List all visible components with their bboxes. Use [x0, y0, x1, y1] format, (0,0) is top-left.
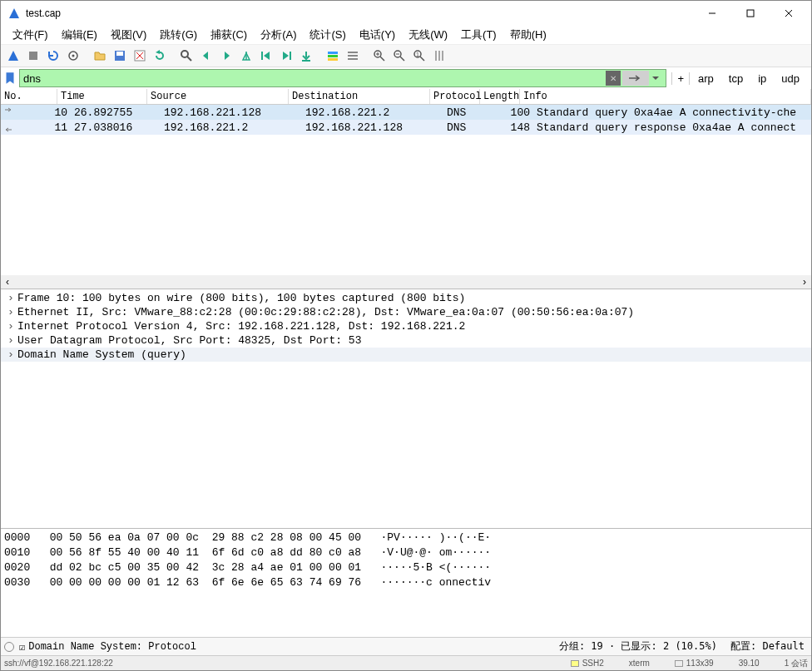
add-filter-button[interactable]: + [671, 72, 690, 85]
packet-row[interactable]: 10 26.892755 192.168.221.128 192.168.221… [1, 105, 811, 120]
go-first-icon[interactable] [257, 47, 275, 65]
svg-line-29 [400, 57, 404, 61]
zoom-out-icon[interactable] [390, 47, 408, 65]
status-profile[interactable]: 配置: Default [730, 639, 805, 654]
packet-details-pane[interactable]: ›Frame 10: 100 bytes on wire (800 bits),… [1, 289, 811, 528]
svg-rect-22 [348, 55, 358, 57]
packet-list-body[interactable]: 10 26.892755 192.168.221.128 192.168.221… [1, 105, 811, 275]
detail-line[interactable]: ›Ethernet II, Src: VMware_88:c2:28 (00:0… [1, 305, 811, 319]
status-bar: ☑ Domain Name System: Protocol 分组: 19 · … [1, 637, 811, 655]
go-forward-icon[interactable] [217, 47, 235, 65]
menu-tools[interactable]: 工具(T) [454, 26, 503, 44]
svg-point-12 [181, 51, 188, 57]
filter-shortcut-udp[interactable]: udp [775, 72, 806, 85]
term-size: 113x39 [675, 659, 714, 668]
ssh-target: ssh://vf@192.168.221.128:22 [4, 659, 113, 668]
apply-filter-icon[interactable] [622, 71, 649, 86]
ssh-mode: SSH2 [571, 659, 604, 668]
related-in-icon [2, 122, 14, 132]
detail-line[interactable]: ›User Datagram Protocol, Src Port: 48325… [1, 333, 811, 348]
window-title: test.cap [26, 7, 693, 19]
detail-line[interactable]: ›Domain Name System (query) [1, 348, 811, 362]
restart-capture-icon[interactable] [44, 47, 62, 65]
col-time[interactable]: Time [57, 89, 147, 104]
svg-rect-4 [29, 52, 37, 60]
svg-rect-1 [747, 10, 754, 17]
save-icon[interactable] [111, 47, 129, 65]
clear-filter-icon[interactable]: ✕ [606, 71, 621, 86]
menu-capture[interactable]: 捕获(C) [204, 26, 254, 44]
packet-list-header[interactable]: No. Time Source Destination Protocol Len… [1, 89, 811, 105]
auto-scroll-icon[interactable] [297, 47, 315, 65]
svg-point-6 [72, 55, 75, 57]
colorize-icon[interactable] [324, 47, 342, 65]
menu-file[interactable]: 文件(F) [6, 26, 55, 44]
col-dst[interactable]: Destination [289, 89, 430, 104]
filter-bar: ✕ + arp tcp ip udp [1, 67, 811, 89]
status-check-icon: ☑ [19, 641, 25, 653]
terminal-status-bar: ssh://vf@192.168.221.128:22 SSH2 xterm 1… [1, 655, 811, 670]
col-info[interactable]: Info [520, 89, 811, 104]
packet-list-pane: No. Time Source Destination Protocol Len… [1, 89, 811, 289]
stop-capture-icon[interactable] [24, 47, 42, 65]
svg-rect-19 [328, 55, 338, 57]
svg-line-25 [380, 57, 384, 61]
filter-dropdown-icon[interactable] [649, 71, 662, 86]
svg-rect-8 [116, 52, 123, 56]
hex-line[interactable]: 0010 00 56 8f 55 40 00 40 11 6f 6d c0 a8… [4, 546, 491, 559]
col-no[interactable]: No. [1, 89, 57, 104]
bookmark-filter-icon[interactable] [2, 71, 17, 86]
hex-line[interactable]: 0020 dd 02 bc c5 00 35 00 42 3c 28 a4 ae… [4, 561, 491, 574]
go-back-icon[interactable] [197, 47, 215, 65]
display-filter-input[interactable] [23, 72, 604, 85]
options-icon[interactable] [64, 47, 82, 65]
minimize-button[interactable] [693, 1, 731, 26]
menu-wireless[interactable]: 无线(W) [402, 26, 454, 44]
open-icon[interactable] [91, 47, 109, 65]
detail-line[interactable]: ›Internet Protocol Version 4, Src: 192.1… [1, 319, 811, 333]
auto-scroll-live-icon[interactable] [344, 47, 362, 65]
svg-rect-20 [328, 58, 338, 61]
maximize-button[interactable] [731, 1, 770, 26]
menu-view[interactable]: 视图(V) [104, 26, 153, 44]
close-file-icon[interactable] [131, 47, 149, 65]
menu-telephony[interactable]: 电话(Y) [353, 26, 402, 44]
svg-text:1: 1 [416, 52, 419, 57]
close-button[interactable] [770, 1, 808, 26]
term-sessions: 1 会话 [785, 658, 808, 669]
reload-icon[interactable] [151, 47, 169, 65]
zoom-reset-icon[interactable]: 1 [410, 47, 428, 65]
app-icon [7, 7, 21, 20]
filter-shortcut-ip[interactable]: ip [751, 72, 773, 85]
term-type: xterm [629, 659, 650, 668]
filter-shortcut-tcp[interactable]: tcp [722, 72, 750, 85]
menu-analyze[interactable]: 分析(A) [254, 26, 303, 44]
display-filter-wrap: ✕ [19, 69, 666, 87]
col-len[interactable]: Length [480, 89, 520, 104]
svg-rect-23 [348, 58, 358, 60]
hex-line[interactable]: 0000 00 50 56 ea 0a 07 00 0c 29 88 c2 28… [4, 531, 491, 544]
packet-row[interactable]: 11 27.038016 192.168.221.2 192.168.221.1… [1, 120, 811, 135]
go-to-icon[interactable] [237, 47, 255, 65]
filter-shortcut-arp[interactable]: arp [691, 72, 720, 85]
related-out-icon [2, 107, 14, 117]
menu-edit[interactable]: 编辑(E) [55, 26, 104, 44]
find-icon[interactable] [177, 47, 196, 65]
col-src[interactable]: Source [147, 89, 289, 104]
col-proto[interactable]: Protocol [430, 89, 480, 104]
title-bar[interactable]: test.cap [1, 1, 811, 26]
start-capture-icon[interactable] [4, 47, 22, 65]
resize-columns-icon[interactable] [430, 47, 448, 65]
expert-info-icon[interactable] [4, 642, 14, 652]
detail-line[interactable]: ›Frame 10: 100 bytes on wire (800 bits),… [1, 291, 811, 305]
menu-stats[interactable]: 统计(S) [303, 26, 352, 44]
zoom-in-icon[interactable] [370, 47, 389, 65]
menu-go[interactable]: 跳转(G) [153, 26, 204, 44]
app-window: test.cap 文件(F) 编辑(E) 视图(V) 跳转(G) 捕获(C) 分… [0, 0, 812, 671]
packet-bytes-pane[interactable]: 0000 00 50 56 ea 0a 07 00 0c 29 88 c2 28… [1, 528, 811, 637]
menu-help[interactable]: 帮助(H) [503, 26, 553, 44]
packet-list-hscroll[interactable]: ‹› [1, 275, 811, 289]
go-last-icon[interactable] [277, 47, 295, 65]
hex-line[interactable]: 0030 00 00 00 00 00 01 12 63 6f 6e 6e 65… [4, 576, 491, 589]
svg-line-32 [420, 57, 424, 61]
